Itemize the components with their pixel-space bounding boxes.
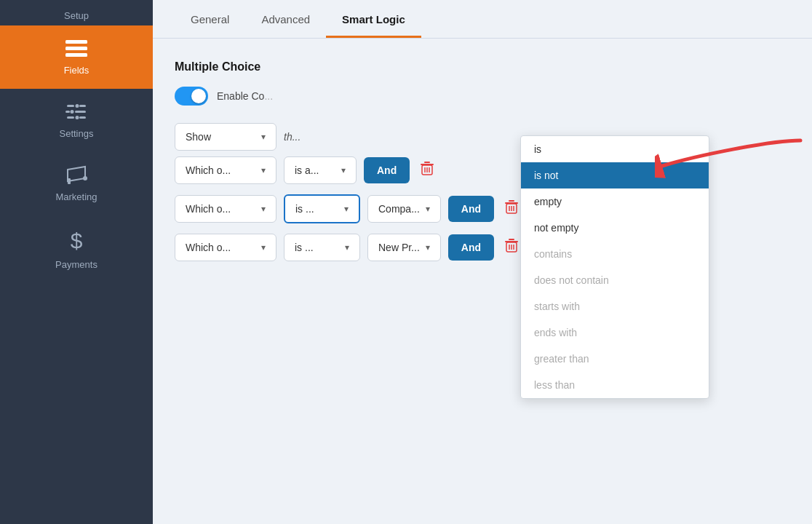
- tab-general[interactable]: General: [175, 0, 245, 38]
- svg-rect-1: [65, 47, 87, 50]
- main-content: General Advanced Smart Logic Multiple Ch…: [153, 0, 812, 524]
- dropdown-item-ends-with[interactable]: ends with: [521, 319, 709, 346]
- svg-rect-9: [81, 111, 86, 113]
- sidebar-item-fields[interactable]: Fields: [0, 25, 153, 89]
- dropdown-item-is[interactable]: is: [521, 136, 709, 162]
- rule1-delete-button[interactable]: [417, 158, 437, 183]
- rule3-and-button[interactable]: And: [448, 234, 494, 261]
- sidebar-item-marketing-label: Marketing: [55, 191, 97, 202]
- rule2-value-dropdown[interactable]: Compa... ▾: [367, 195, 441, 223]
- rule3-field-dropdown[interactable]: Which o... ▾: [175, 234, 276, 261]
- chevron-down-icon: ▾: [261, 165, 266, 175]
- tab-advanced[interactable]: Advanced: [245, 0, 326, 38]
- chevron-down-icon: ▾: [426, 204, 430, 214]
- payments-icon: $: [71, 229, 83, 253]
- dropdown-item-not-empty[interactable]: not empty: [521, 215, 709, 241]
- sidebar-item-fields-label: Fields: [64, 65, 89, 76]
- tab-bar: General Advanced Smart Logic: [153, 0, 812, 39]
- show-label: Show: [186, 131, 211, 143]
- svg-rect-29: [509, 239, 514, 240]
- rule2-delete-button[interactable]: [501, 196, 522, 222]
- rule3-condition-label: is ...: [295, 242, 314, 253]
- sidebar-item-settings[interactable]: Settings: [0, 89, 153, 152]
- chevron-down-icon: ▾: [261, 132, 266, 142]
- rule2-field-dropdown[interactable]: Which o... ▾: [175, 195, 276, 223]
- sidebar-item-payments[interactable]: $ Payments: [0, 215, 153, 283]
- dropdown-item-contains[interactable]: contains: [521, 241, 709, 267]
- svg-point-15: [83, 176, 87, 180]
- rule3-delete-button[interactable]: [501, 235, 522, 261]
- rule1-condition-label: is a...: [295, 164, 319, 176]
- rule2-condition-label: is ...: [295, 203, 314, 215]
- sidebar-item-payments-label: Payments: [55, 259, 97, 270]
- tab-smart-logic[interactable]: Smart Logic: [326, 0, 421, 38]
- rule3-condition-dropdown[interactable]: is ... ▾: [284, 234, 360, 261]
- svg-rect-12: [79, 116, 86, 119]
- rule2-condition-dropdown[interactable]: is ... ▾: [284, 194, 360, 223]
- chevron-down-icon: ▾: [261, 204, 266, 214]
- sidebar-item-marketing[interactable]: Marketing: [0, 152, 153, 215]
- chevron-down-icon: ▾: [345, 242, 349, 253]
- rule2-and-button[interactable]: And: [448, 196, 494, 222]
- svg-rect-8: [65, 111, 70, 113]
- section-title: Multiple Choice: [175, 60, 790, 74]
- dropdown-item-starts-with[interactable]: starts with: [521, 293, 709, 319]
- rule2-field-label: Which o...: [186, 203, 231, 215]
- svg-rect-14: [68, 178, 71, 184]
- show-dropdown[interactable]: Show ▾: [175, 123, 276, 151]
- sidebar: Setup Fields Set: [0, 0, 153, 524]
- svg-point-7: [71, 110, 74, 114]
- svg-rect-3: [67, 105, 74, 107]
- svg-rect-0: [65, 40, 87, 44]
- rule3-value-dropdown[interactable]: New Pr... ▾: [367, 234, 441, 261]
- chevron-down-icon: ▾: [426, 242, 430, 253]
- rule1-field-dropdown[interactable]: Which o... ▾: [175, 156, 276, 184]
- show-partial-text: th...: [284, 131, 300, 143]
- toggle-label: Enable Co...: [217, 90, 273, 102]
- chevron-down-icon: ▾: [341, 165, 346, 175]
- marketing-icon: [65, 165, 88, 186]
- svg-rect-2: [65, 53, 87, 57]
- rule3-field-label: Which o...: [186, 242, 231, 253]
- rule1-condition-dropdown[interactable]: is a... ▾: [284, 156, 357, 184]
- condition-dropdown-menu: is is not empty not empty contains does …: [520, 135, 709, 399]
- settings-icon: [65, 102, 87, 122]
- toggle-row: Enable Co...: [175, 87, 790, 106]
- rule1-and-button[interactable]: And: [364, 157, 410, 183]
- content-area: Multiple Choice Enable Co... Show ▾ th..…: [153, 39, 812, 524]
- rule3-value-label: New Pr...: [378, 242, 420, 253]
- svg-rect-5: [79, 105, 86, 107]
- rule1-field-label: Which o...: [186, 164, 231, 176]
- svg-rect-23: [509, 200, 514, 202]
- sidebar-item-settings-label: Settings: [60, 128, 94, 139]
- rule2-value-label: Compa...: [378, 203, 420, 215]
- dropdown-item-greater-than[interactable]: greater than: [521, 346, 709, 372]
- svg-point-11: [76, 116, 79, 119]
- dropdown-item-less-than[interactable]: less than: [521, 372, 709, 398]
- chevron-down-icon: ▾: [261, 242, 266, 253]
- svg-rect-17: [424, 162, 430, 163]
- fields-icon: [64, 39, 89, 59]
- setup-label: Setup: [0, 0, 153, 25]
- dropdown-item-empty[interactable]: empty: [521, 188, 709, 215]
- dropdown-item-does-not-contain[interactable]: does not contain: [521, 267, 709, 293]
- svg-point-4: [76, 104, 79, 108]
- dropdown-item-is-not[interactable]: is not: [521, 162, 709, 188]
- svg-rect-10: [67, 116, 74, 119]
- chevron-down-icon: ▾: [344, 204, 349, 214]
- enable-toggle[interactable]: [175, 87, 208, 106]
